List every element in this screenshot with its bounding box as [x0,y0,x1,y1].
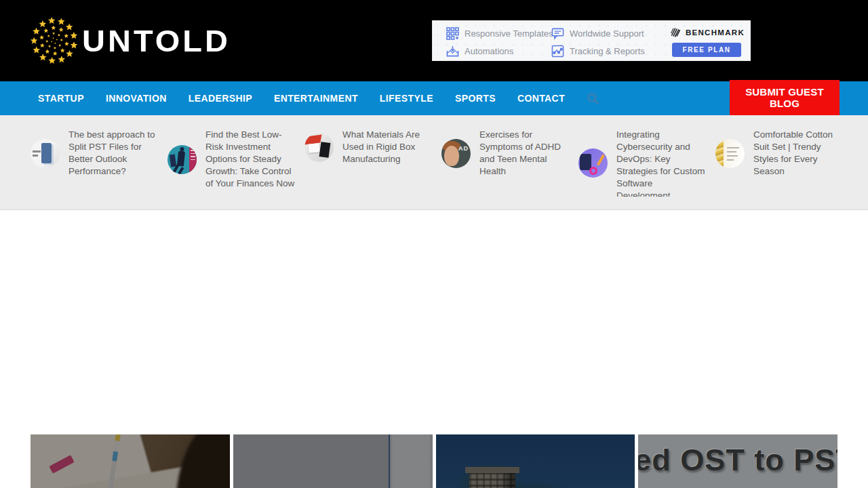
featured-posts-grid: ed OST to PST [31,434,837,488]
ad-feature-label: Responsive Templates [465,28,553,39]
article-thumb-investment [167,145,197,174]
free-plan-button[interactable]: FREE PLAN [672,43,741,57]
nav-item-startup[interactable]: STARTUP [38,93,84,104]
ost-pst-overlay-text: ed OST to PST [638,443,837,478]
ticker-card-title: Exercises for Symptoms of ADHD and Teen … [479,129,570,178]
ticker-card-pst-split[interactable]: The best approach to Split PST Files for… [31,129,167,178]
logo-text: UNTOLD [82,23,231,59]
post-image-stone-tower[interactable] [436,434,635,488]
ad-feature-support: Worldwide Support [551,27,644,40]
ticker-card-title: Integrating Cybersecurity and DevOps: Ke… [616,129,707,197]
ticker-card-investment[interactable]: Find the Best Low-Risk Investment Option… [167,129,304,190]
nav-item-innovation[interactable]: INNOVATION [106,93,167,104]
latest-posts-ticker: The best approach to Split PST Files for… [0,115,868,210]
nav-item-entertainment[interactable]: ENTERTAINMENT [274,93,358,104]
ad-feature-automations: Automations [446,45,513,58]
support-chat-icon [551,27,564,40]
submit-guest-blog-button[interactable]: SUBMIT GUEST BLOG [730,80,840,115]
article-thumb-devops [578,148,608,178]
benchmark-logo-icon [670,27,682,38]
automations-inbox-icon [446,45,459,58]
benchmark-brand-text: BENCHMARK [686,28,745,37]
article-thumb-cotton-suit [715,139,745,168]
ad-feature-label: Worldwide Support [570,28,644,39]
ticker-card-title: What Materials Are Used in Rigid Box Man… [342,129,433,165]
ticker-card-title: Comfortable Cotton Suit Set | Trendy Sty… [753,129,844,178]
ticker-card-rigid-box[interactable]: What Materials Are Used in Rigid Box Man… [304,129,441,165]
ticker-card-title: Find the Best Low-Risk Investment Option… [205,129,296,190]
ticker-card-title: The best approach to Split PST Files for… [68,129,159,178]
ticker-card-cotton-suit[interactable]: Comfortable Cotton Suit Set | Trendy Sty… [715,129,852,178]
templates-grid-icon [446,27,459,40]
nav-item-lifestyle[interactable]: LIFESTYLE [380,93,433,104]
post-image-desk[interactable] [31,434,230,488]
untold-logo[interactable]: UNTOLD [29,15,231,66]
search-button[interactable] [587,92,599,105]
tracking-chart-icon [551,45,564,58]
post-image-ost-to-pst[interactable]: ed OST to PST [638,434,837,488]
post-image-gray-screenshot[interactable] [233,434,433,488]
ad-feature-templates: Responsive Templates [446,27,553,40]
main-navbar: STARTUP INNOVATION LEADERSHIP ENTERTAINM… [0,81,868,115]
nav-item-leadership[interactable]: LEADERSHIP [189,93,252,104]
nav-item-sports[interactable]: SPORTS [455,93,496,104]
ticker-card-devops[interactable]: Integrating Cybersecurity and DevOps: Ke… [578,129,715,197]
star-spiral-icon [29,15,79,66]
top-bar: UNTOLD Responsive Templates [0,0,868,81]
benchmark-ad-banner[interactable]: Responsive Templates Automations World [432,20,751,61]
ad-feature-tracking: Tracking & Reports [551,45,645,58]
article-thumb-adhd: AD [441,139,471,168]
benchmark-brand: BENCHMARK [670,27,745,38]
ticker-card-adhd[interactable]: AD Exercises for Symptoms of ADHD and Te… [441,129,578,178]
ad-feature-label: Automations [465,46,513,56]
thumb-chalkboard-text: AD [458,145,469,152]
article-thumb-pst-splitter [31,139,60,168]
article-thumb-rigid-box [304,133,334,162]
search-icon [587,92,599,105]
ad-feature-label: Tracking & Reports [570,46,645,56]
nav-item-contact[interactable]: CONTACT [517,93,565,104]
